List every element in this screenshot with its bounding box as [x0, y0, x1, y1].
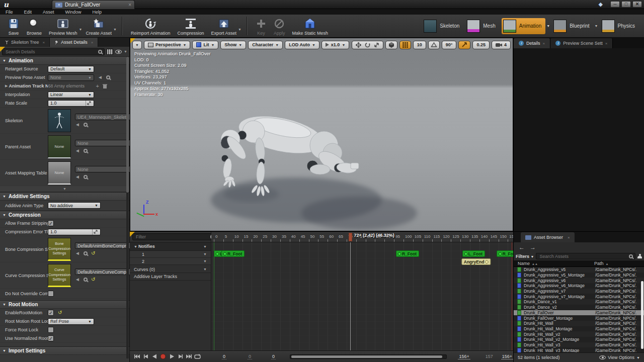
minimize-button[interactable]: ─ [610, 1, 620, 8]
notify-marker-angryend[interactable]: AngryEnd [462, 258, 491, 265]
use-selected-arrow-icon[interactable]: ◄ [75, 122, 80, 127]
reimport-animation-button[interactable]: Reimport Animation [127, 16, 174, 36]
timeline-filter-box[interactable] [132, 233, 217, 240]
tab-close-icon[interactable]: × [128, 2, 131, 8]
character-button[interactable]: Character▼ [248, 41, 283, 49]
asset-row[interactable]: Drunk_Hit_Wall_v3_Montage /Game/Drunk_NP… [514, 347, 644, 352]
use-selected-arrow-icon[interactable]: ◄ [75, 251, 80, 256]
use-selected-arrow-icon[interactable]: ◄ [75, 148, 80, 153]
lit-button[interactable]: Lit▼ [192, 41, 218, 49]
do-not-override-checkbox[interactable] [48, 291, 54, 297]
asset-row[interactable]: Drunk_Aggressive_v5_Montage /Game/Drunk_… [514, 273, 644, 278]
scale-snap-toggle[interactable] [458, 41, 470, 49]
track-notifies[interactable]: ▼ Notifies▼ [130, 242, 211, 251]
view-filter-eye-icon[interactable] [115, 50, 122, 54]
additive-anim-type-dropdown[interactable]: No additive▼ [48, 202, 101, 209]
asset-row[interactable]: Drunk_Hit_Wall /Game/Drunk_NPCs/. [514, 321, 644, 326]
browse-button[interactable]: Browse [23, 16, 45, 36]
marketplace-gem-icon[interactable]: ◆ [599, 1, 603, 8]
menu-window[interactable]: Window [60, 10, 87, 15]
mapping-table-thumbnail[interactable]: None [48, 161, 71, 185]
asset-row[interactable]: Drunk_Aggressive_v6_Montage /Game/Drunk_… [514, 283, 644, 289]
retarget-source-dropdown[interactable]: Default▼ [48, 66, 94, 72]
playhead-line[interactable] [350, 242, 351, 350]
key-button[interactable]: Key [252, 16, 270, 36]
asset-row[interactable]: Drunk_Aggressive_v7_Montage /Game/Drunk_… [514, 294, 644, 299]
section-additive-settings[interactable]: ▼Additive Settings [0, 192, 129, 201]
spin-icon[interactable] [86, 101, 92, 106]
compression-button[interactable]: Compression [174, 16, 208, 36]
notify-marker-r_foot[interactable]: R_Foot [497, 250, 513, 257]
parent-asset-thumbnail[interactable]: None [48, 135, 71, 158]
search-details-input[interactable] [5, 49, 80, 55]
browse-to-asset-icon[interactable] [84, 175, 88, 179]
add-element-icon[interactable]: + [96, 83, 99, 89]
grid-snap-value[interactable]: 10 [413, 41, 426, 49]
record-button[interactable] [159, 353, 167, 360]
asset-row[interactable]: Drunk_Aggressive_v5 /Game/Drunk_NPCs/. [514, 267, 644, 273]
playback-speed-button[interactable]: x1.0▼ [321, 41, 349, 49]
coordinate-system-button[interactable] [385, 41, 397, 49]
notify-marker-r_foot[interactable]: R_Foot [396, 250, 419, 257]
preview-pose-dropdown[interactable]: None▼ [48, 74, 94, 81]
enable-root-motion-checkbox[interactable] [48, 310, 54, 316]
current-percent-value[interactable]: 0 [271, 354, 276, 359]
reset-to-default-icon[interactable]: ↺ [91, 251, 95, 256]
tab-close-icon[interactable]: × [568, 235, 570, 240]
play-button[interactable] [168, 353, 175, 360]
current-frame-value[interactable]: 0 [222, 354, 226, 359]
skeleton-thumbnail[interactable] [48, 109, 71, 132]
reset-to-default-icon[interactable]: ↺ [91, 277, 95, 282]
mode-mesh[interactable]: Mesh [465, 18, 499, 34]
mode-skeleton[interactable]: Skeleton [422, 18, 463, 34]
step-backward-button[interactable] [142, 353, 149, 360]
expander-icon[interactable]: ▶ [5, 84, 8, 88]
asset-row[interactable]: Drunk_Hit_Wall_v3 /Game/Drunk_NPCs/. [514, 342, 644, 348]
history-back-button[interactable]: ← [519, 244, 525, 251]
asset-row[interactable]: Drunk_Dance_v1 /Game/Drunk_NPCs/. [514, 299, 644, 305]
notify-marker-r_foot[interactable]: R_Foot [221, 250, 245, 257]
section-animation[interactable]: ▼Animation [0, 56, 129, 65]
apply-button[interactable]: Apply [270, 16, 289, 36]
left-panel-scrollbar[interactable] [126, 57, 129, 358]
preview-mesh-dropdown-icon[interactable]: ▼ [79, 21, 83, 31]
step-forward-button[interactable] [177, 353, 184, 360]
menu-help[interactable]: Help [87, 10, 108, 15]
close-button[interactable]: ✕ [632, 1, 642, 8]
browse-to-asset-icon[interactable] [84, 123, 88, 127]
use-selected-arrow-icon[interactable]: ◄ [75, 277, 80, 282]
track-notify-1[interactable]: 1▼ [130, 251, 211, 258]
browse-to-asset-icon[interactable] [84, 278, 88, 282]
force-root-lock-checkbox[interactable] [48, 327, 54, 333]
lod-auto-button[interactable]: LOD Auto▼ [285, 41, 319, 49]
timeline-ruler[interactable]: 0510152025303540455055606570758085909510… [211, 232, 513, 242]
view-filter-caret-icon[interactable]: ▼ [124, 50, 127, 53]
compression-error-spinbox[interactable]: 1.0 [48, 229, 101, 235]
notify-marker-l_foot[interactable]: L_Foot [462, 250, 485, 257]
timeline-grid[interactable]: L_CR_FootR_FootL_FootR_FootAngryEnd [211, 242, 513, 350]
asset-row[interactable]: Drunk_FallOver /Game/Drunk_NPCs/. [514, 310, 644, 316]
animation-viewport[interactable]: ▼ Perspective▼ Lit▼ Show▼ Character▼ LOD… [130, 38, 513, 231]
perspective-button[interactable]: Perspective▼ [144, 41, 190, 49]
current-time-value[interactable]: 0 [248, 354, 252, 359]
goto-start-button[interactable] [134, 353, 141, 360]
section-import-settings[interactable]: ▼Import Settings [0, 346, 129, 355]
create-asset-dropdown-icon[interactable]: ▼ [113, 21, 117, 31]
camera-speed-button[interactable]: 4 [492, 41, 511, 49]
section-root-motion[interactable]: ▼Root Motion [0, 300, 129, 309]
tab-preview-scene-settings[interactable]: i Preview Scene Sett × [550, 38, 613, 48]
asset-row[interactable]: Drunk_Dance_v2 /Game/Drunk_NPCs/. [514, 305, 644, 310]
rotation-snap-value[interactable]: 90° [442, 41, 457, 49]
save-button[interactable]: Save [4, 16, 23, 36]
use-selected-arrow-icon[interactable]: ◄ [75, 174, 80, 179]
blueprint-mode-dropdown-icon[interactable]: ▼ [595, 24, 598, 28]
maximize-button[interactable]: □ [621, 1, 631, 8]
mode-blueprint[interactable]: Blueprint [552, 18, 593, 34]
make-static-mesh-button[interactable]: Make Static Mesh [289, 16, 332, 36]
grid-snap-toggle[interactable] [399, 41, 411, 49]
track-curves[interactable]: Curves (0)▼ [130, 266, 211, 273]
section-compression[interactable]: ▼Compression [0, 211, 129, 219]
view-options-button[interactable]: View Options ▼ [599, 355, 640, 360]
preview-mesh-button[interactable]: Preview Mesh [45, 16, 81, 36]
goto-end-button[interactable] [185, 353, 192, 360]
